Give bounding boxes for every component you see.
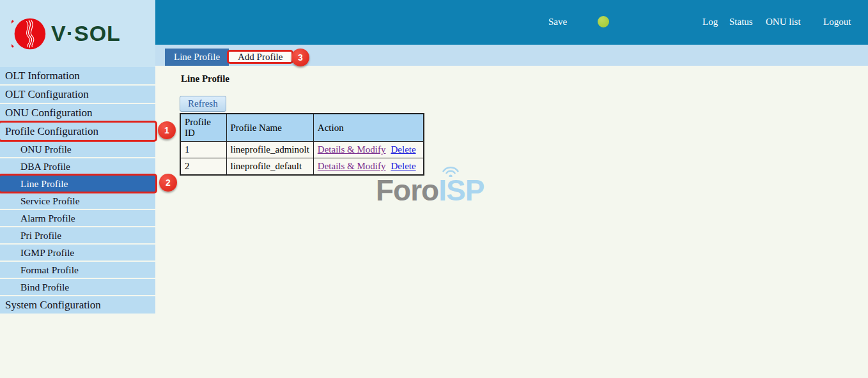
sidebar-item-system-configuration[interactable]: System Configuration [0, 296, 155, 314]
tab-bar: Line Profile Add Profile [155, 45, 868, 66]
cell-profile-id: 2 [180, 158, 226, 176]
sidebar-item-service-profile[interactable]: Service Profile [0, 193, 155, 209]
column-header-profile-name: Profile Name [226, 114, 313, 142]
cell-actions: Details & ModifyDelete [313, 142, 424, 158]
log-link[interactable]: Log [702, 17, 718, 27]
details-modify-link[interactable]: Details & Modify [318, 144, 386, 155]
watermark-isp: ISP [438, 174, 484, 207]
column-header-action: Action [313, 114, 424, 142]
cell-profile-name: lineprofile_adminolt [226, 142, 313, 158]
sidebar-item-dba-profile[interactable]: DBA Profile [0, 158, 155, 174]
logo-panel: V·SOL [0, 0, 155, 67]
status-link[interactable]: Status [729, 17, 753, 27]
cell-profile-name: lineprofile_default [226, 158, 313, 176]
main-content: Line Profile Refresh Profile ID Profile … [155, 66, 868, 378]
sidebar-item-onu-profile[interactable]: ONU Profile [0, 141, 155, 157]
sidebar-item-onu-configuration[interactable]: ONU Configuration [0, 104, 155, 121]
status-indicator-dot [598, 16, 609, 27]
vsol-logo-text: V·SOL [51, 21, 121, 46]
column-header-profile-id: Profile ID [180, 114, 226, 142]
annotation-step-badge-1: 1 [158, 121, 176, 139]
sidebar-item-format-profile[interactable]: Format Profile [0, 262, 155, 278]
tab-add-profile[interactable]: Add Profile [229, 52, 291, 62]
sidebar-item-igmp-profile[interactable]: IGMP Profile [0, 245, 155, 261]
refresh-button[interactable]: Refresh [180, 96, 226, 112]
sidebar-item-line-profile[interactable]: Line Profile [0, 176, 155, 192]
delete-link[interactable]: Delete [391, 144, 415, 155]
sidebar-item-olt-information[interactable]: OLT Information [0, 67, 155, 84]
page-title: Line Profile [181, 73, 229, 84]
foroisp-watermark: ForoISP [376, 173, 484, 208]
sidebar-item-profile-configuration[interactable]: Profile Configuration [0, 123, 155, 140]
top-header-bar: Save Log Status ONU list Logout [155, 0, 868, 45]
antenna-icon [438, 163, 463, 177]
logout-link[interactable]: Logout [823, 17, 851, 27]
sidebar-item-olt-configuration[interactable]: OLT Configuration [0, 86, 155, 103]
sidebar-item-bind-profile[interactable]: Bind Profile [0, 279, 155, 295]
details-modify-link[interactable]: Details & Modify [318, 161, 386, 171]
onu-list-link[interactable]: ONU list [766, 17, 801, 27]
annotation-step-badge-3: 3 [291, 49, 309, 66]
vsol-logo-icon [12, 16, 47, 52]
sidebar-nav: OLT Information OLT Configuration ONU Co… [0, 67, 155, 315]
table-row: 1 lineprofile_adminolt Details & ModifyD… [180, 142, 424, 158]
delete-link[interactable]: Delete [391, 161, 415, 171]
cell-profile-id: 1 [180, 142, 226, 158]
app-window: Save Log Status ONU list Logout V·SOL Li… [0, 0, 868, 378]
sidebar-item-pri-profile[interactable]: Pri Profile [0, 227, 155, 243]
table-header-row: Profile ID Profile Name Action [180, 114, 424, 142]
line-profile-table: Profile ID Profile Name Action 1 linepro… [180, 113, 424, 176]
sidebar-item-alarm-profile[interactable]: Alarm Profile [0, 210, 155, 226]
watermark-foro: Foro [376, 174, 438, 207]
tab-line-profile[interactable]: Line Profile [165, 49, 229, 66]
save-button[interactable]: Save [548, 17, 567, 27]
annotation-step-badge-2: 2 [159, 174, 177, 192]
